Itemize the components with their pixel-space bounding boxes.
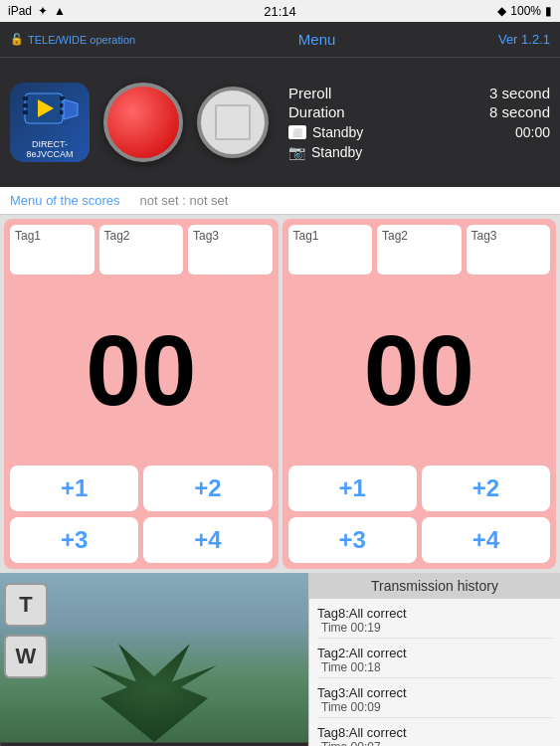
duration-label: Duration [288,103,345,120]
camera-timestamp: 2016-05-23 21:14:31 [0,742,308,746]
svg-rect-1 [23,96,28,100]
top-controls: DIRECT-8eJVCCAM Preroll 3 second Duratio… [0,58,560,187]
bottom-section: T W 2016-05-23 21:14:31 Transmission his… [0,573,560,746]
score-display-2: 00 [288,280,551,460]
tag-row-1: Tag1 Tag2 Tag3 [10,225,273,275]
plus4-btn-2[interactable]: +4 [422,517,550,563]
battery-label: 100% [510,4,541,18]
standby-time-1: 00:00 [515,124,550,140]
version-label: Ver 1.2.1 [498,32,550,47]
history-item-time-1: Time 00:18 [317,660,552,674]
ipad-label: iPad [8,4,32,18]
btn-row-top-1: +1 +2 [10,466,273,511]
tele-wide-lock: 🔓 TELE/WIDE operation [10,33,135,46]
camera-preview: T W 2016-05-23 21:14:31 [0,573,308,746]
history-item-label-0: Tag8:All correct [317,606,552,621]
history-item-label-2: Tag3:All correct [317,685,552,700]
preroll-row: Preroll 3 second [288,85,550,101]
standby-label-1: Standby [312,124,363,140]
svg-marker-8 [64,99,78,119]
scores-bar: Menu of the scores not set : not set [0,187,560,215]
svg-rect-3 [23,110,28,114]
plus1-btn-2[interactable]: +1 [288,466,417,511]
status-time: 21:14 [264,4,296,19]
score-panels: Tag1 Tag2 Tag3 00 +1 +2 +3 +4 Tag1 Tag2 … [0,215,560,573]
score-panel-2: Tag1 Tag2 Tag3 00 +1 +2 +3 +4 [282,219,557,569]
btn-row-bot-1: +3 +4 [10,517,273,563]
tag2-box-2[interactable]: Tag2 [377,225,462,275]
btn-row-bot-2: +3 +4 [288,517,551,563]
history-item-2: Tag3:All correctTime 00:09 [317,682,552,718]
history-item-label-1: Tag2:All correct [317,646,552,660]
standby-label-2: Standby [311,144,362,160]
tag1-box-1[interactable]: Tag1 [10,225,94,275]
svg-rect-2 [23,103,28,107]
wide-button[interactable]: W [4,635,48,678]
history-list: Tag8:All correctTime 00:19Tag2:All corre… [309,599,560,746]
app-icon-graphic [20,86,80,135]
btn-row-top-2: +1 +2 [288,466,551,511]
score-display-1: 00 [10,280,273,460]
bluetooth-icon: ◆ [497,4,506,18]
app-icon: DIRECT-8eJVCCAM [10,83,90,162]
signal-icon: ▲ [54,4,66,18]
tele-wide-buttons: T W [4,583,48,678]
plus2-btn-1[interactable]: +2 [143,466,272,511]
tag-row-2: Tag1 Tag2 Tag3 [288,225,551,275]
wifi-icon: ✦ [38,4,48,18]
history-item-0: Tag8:All correctTime 00:19 [317,603,552,639]
plus3-btn-2[interactable]: +3 [288,517,417,563]
nav-bar: 🔓 TELE/WIDE operation Menu Ver 1.2.1 [0,22,560,58]
info-panel: Preroll 3 second Duration 8 second ⬜ Sta… [282,85,550,160]
preroll-label: Preroll [288,85,331,101]
preroll-value: 3 second [489,85,550,101]
lock-icon: 🔓 [10,33,24,46]
history-item-time-2: Time 00:09 [317,700,552,714]
tag2-box-1[interactable]: Tag2 [99,225,184,275]
tag3-box-2[interactable]: Tag3 [467,225,551,275]
score-panel-1: Tag1 Tag2 Tag3 00 +1 +2 +3 +4 [4,219,279,569]
tele-wide-label: TELE/WIDE operation [28,34,135,46]
history-item-time-3: Time 00:07 [317,740,552,746]
record-button[interactable] [103,83,183,162]
history-title: Transmission history [309,573,560,599]
tag3-box-1[interactable]: Tag3 [188,225,273,275]
standby-row-1: ⬜ Standby 00:00 [288,124,550,140]
history-item-1: Tag2:All correctTime 00:18 [317,643,552,678]
duration-value: 8 second [489,103,550,120]
stop-button[interactable] [197,87,269,158]
standby-row-2: 📷 Standby [288,144,550,160]
plus3-btn-1[interactable]: +3 [10,517,138,563]
duration-row: Duration 8 second [288,103,550,120]
scores-value: not set : not set [140,193,229,208]
screen-icon: ⬜ [288,125,306,139]
status-bar: iPad ✦ ▲ 21:14 ◆ 100% ▮ [0,0,560,22]
camera-icon: 📷 [288,144,305,160]
battery-icon: ▮ [545,4,552,18]
plus2-btn-2[interactable]: +2 [422,466,550,511]
tele-button[interactable]: T [4,583,48,627]
scores-menu-link[interactable]: Menu of the scores [10,193,120,208]
menu-button[interactable]: Menu [298,31,336,48]
stop-icon [215,104,251,140]
history-item-3: Tag8:All correctTime 00:07 [317,722,552,746]
plus1-btn-1[interactable]: +1 [10,466,138,511]
history-panel: Transmission history Tag8:All correctTim… [308,573,560,746]
history-item-time-0: Time 00:19 [317,621,552,635]
plus4-btn-1[interactable]: +4 [143,517,272,563]
history-item-label-3: Tag8:All correct [317,725,552,740]
app-icon-label: DIRECT-8eJVCCAM [10,139,90,159]
tag1-box-2[interactable]: Tag1 [288,225,373,275]
